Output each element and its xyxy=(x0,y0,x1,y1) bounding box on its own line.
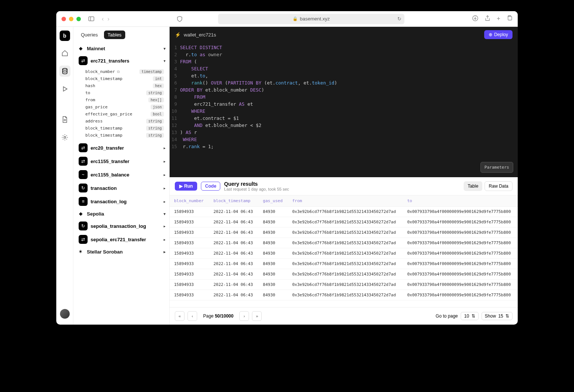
column-from[interactable]: from⧉hex[] xyxy=(73,96,169,103)
maximize-window[interactable] xyxy=(76,17,81,21)
sidebar-tab-tables[interactable]: Tables xyxy=(104,31,126,39)
sidebar-tab-queries[interactable]: Queries xyxy=(77,31,102,39)
view-tab-raw-data[interactable]: Raw Data xyxy=(485,181,512,191)
forward-button[interactable]: › xyxy=(107,16,109,22)
table-icon: ↻ xyxy=(79,184,88,192)
svg-rect-3 xyxy=(508,16,512,20)
column-effective_gas_price[interactable]: effective_gas_price⧉bool xyxy=(73,111,169,118)
share-icon[interactable] xyxy=(485,15,490,23)
user-avatar[interactable] xyxy=(60,309,70,319)
back-button[interactable]: ‹ xyxy=(102,16,104,22)
browser-window: ‹ › 🔒 basement.xyz ↻ + b xyxy=(56,11,518,325)
database-icon[interactable] xyxy=(59,66,70,77)
result-row[interactable]: 158949332022-11-04 06:43849300x3e92b6cd7… xyxy=(170,238,518,248)
nav-rail: b xyxy=(56,27,73,325)
result-row[interactable]: 158949332022-11-04 06:43849300x3e92b6cd7… xyxy=(170,269,518,280)
table-erc721_transfers[interactable]: ⇄erc721_transfers▾ xyxy=(75,54,169,67)
deploy-button[interactable]: ⊕ Deploy xyxy=(484,30,512,39)
bolt-icon: ⚡ xyxy=(175,32,181,38)
column-gas_price[interactable]: gas_price⧉json xyxy=(73,103,169,111)
parameters-button[interactable]: Parameters xyxy=(480,162,513,173)
network-mainnet[interactable]: ◆Mainnet▾ xyxy=(73,43,169,54)
table-transaction[interactable]: ↻transaction▸ xyxy=(75,181,169,195)
titlebar: ‹ › 🔒 basement.xyz ↻ + xyxy=(56,11,518,27)
table-erc1155_balance[interactable]: ~erc1155_balance▸ xyxy=(75,168,169,181)
column-header-to[interactable]: to xyxy=(403,195,518,207)
table-icon: ⇄ xyxy=(79,56,88,65)
results-subtitle: Last request 1 day ago, took 55 sec xyxy=(224,187,289,191)
results-table: block_numberblock_timestampgas_usedfromt… xyxy=(170,195,518,307)
copy-icon[interactable]: ⧉ xyxy=(117,70,120,74)
table-erc20_transfer[interactable]: ⇄erc20_transfer▸ xyxy=(75,141,169,154)
workspace-title: wallet_erc721s xyxy=(184,32,216,38)
table-sepolia_transaction_log[interactable]: ↻sepolia_transaction_log▸ xyxy=(75,219,169,233)
result-row[interactable]: 158949332022-11-04 06:43849300x3e92b6cd7… xyxy=(170,290,518,300)
svg-rect-0 xyxy=(89,17,94,21)
next-page-button[interactable]: › xyxy=(239,311,249,321)
network-sepolia[interactable]: ◆Sepolia▾ xyxy=(73,208,169,219)
column-block_number[interactable]: block_number⧉timestamp xyxy=(73,68,169,75)
column-type: bool xyxy=(151,112,164,117)
svg-point-5 xyxy=(64,137,66,138)
document-icon[interactable] xyxy=(59,114,70,125)
column-to[interactable]: to⧉string xyxy=(73,89,169,96)
result-row[interactable]: 158949332022-11-04 06:43849300x3e92b6cd7… xyxy=(170,248,518,259)
column-header-block_timestamp[interactable]: block_timestamp xyxy=(209,195,259,207)
prev-page-button[interactable]: ‹ xyxy=(187,311,197,321)
result-row[interactable]: 158949332022-11-04 06:43849300x3e92b6cd7… xyxy=(170,217,518,227)
network-icon: ◆ xyxy=(77,45,84,52)
column-type: string xyxy=(146,90,164,95)
close-window[interactable] xyxy=(62,17,66,21)
table-transaction_log[interactable]: ≡transaction_log▸ xyxy=(75,195,169,208)
tabs-icon[interactable] xyxy=(507,15,512,23)
first-page-button[interactable]: « xyxy=(175,311,184,321)
last-page-button[interactable]: » xyxy=(252,311,262,321)
table-icon: ⇄ xyxy=(79,235,88,244)
code-button[interactable]: Code xyxy=(201,182,220,191)
column-header-gas_used[interactable]: gas_used xyxy=(258,195,288,207)
table-icon: ≡ xyxy=(79,197,88,206)
download-icon[interactable] xyxy=(472,15,478,23)
deploy-icon: ⊕ xyxy=(489,32,492,37)
sidebar: QueriesTables ◆Mainnet▾⇄erc721_transfers… xyxy=(73,27,170,325)
result-row[interactable]: 158949332022-11-04 06:43849300x3e92b6cd7… xyxy=(170,207,518,217)
column-address[interactable]: address⧉string xyxy=(73,118,169,125)
table-icon: ↻ xyxy=(79,222,88,230)
table-sepolia_erc721_transfer[interactable]: ⇄sepolia_erc721_transfer▸ xyxy=(75,233,169,246)
column-block_timestamp[interactable]: block_timestamp⧉string xyxy=(73,132,169,139)
url-bar[interactable]: 🔒 basement.xyz ↻ xyxy=(218,14,404,24)
lock-icon: 🔒 xyxy=(293,16,298,21)
result-row[interactable]: 158949332022-11-04 06:43849300x3e92b6cd7… xyxy=(170,227,518,238)
table-icon: ⇄ xyxy=(79,157,88,166)
column-header-from[interactable]: from xyxy=(288,195,403,207)
column-hash[interactable]: hash⧉hex xyxy=(73,82,169,89)
run-button[interactable]: ▶ Run xyxy=(175,182,197,191)
pagination: « ‹ Page 50/10000 › » Go to page 10⇅ Sho… xyxy=(170,307,518,325)
minimize-window[interactable] xyxy=(69,17,73,21)
sidebar-toggle-icon[interactable] xyxy=(87,15,96,23)
column-type: hex xyxy=(153,83,164,88)
play-icon[interactable] xyxy=(59,83,70,95)
settings-icon[interactable] xyxy=(59,132,70,143)
home-icon[interactable] xyxy=(59,48,70,59)
table-erc1155_transfer[interactable]: ⇄erc1155_transfer▸ xyxy=(75,154,169,168)
nav-buttons: ‹ › xyxy=(102,16,110,22)
results-title: Query results xyxy=(224,181,289,187)
column-block_timestamp[interactable]: block_timestamp⧉string xyxy=(73,125,169,132)
reload-icon[interactable]: ↻ xyxy=(397,16,401,22)
plus-icon[interactable]: + xyxy=(497,15,500,23)
sql-editor[interactable]: 123456789101112131415 SELECT DISTINCT r.… xyxy=(170,42,518,177)
column-header-block_number[interactable]: block_number xyxy=(170,195,209,207)
page-size-select[interactable]: Show 15⇅ xyxy=(482,312,512,320)
svg-point-4 xyxy=(63,68,67,70)
result-row[interactable]: 158949332022-11-04 06:43849300x3e92b6cd7… xyxy=(170,280,518,290)
network-stellar-soroban[interactable]: ✶Stellar Soroban▸ xyxy=(73,246,169,257)
traffic-lights xyxy=(62,17,81,21)
goto-page-select[interactable]: 10⇅ xyxy=(461,312,478,320)
view-tab-table[interactable]: Table xyxy=(464,181,483,191)
app-logo[interactable]: b xyxy=(60,31,70,41)
shield-icon[interactable] xyxy=(175,15,184,23)
results-header: ▶ Run Code Query results Last request 1 … xyxy=(170,177,518,195)
result-row[interactable]: 158949332022-11-04 06:43849300x3e92b6cd7… xyxy=(170,259,518,269)
column-block_timestamp[interactable]: block_timestamp⧉int xyxy=(73,75,169,82)
